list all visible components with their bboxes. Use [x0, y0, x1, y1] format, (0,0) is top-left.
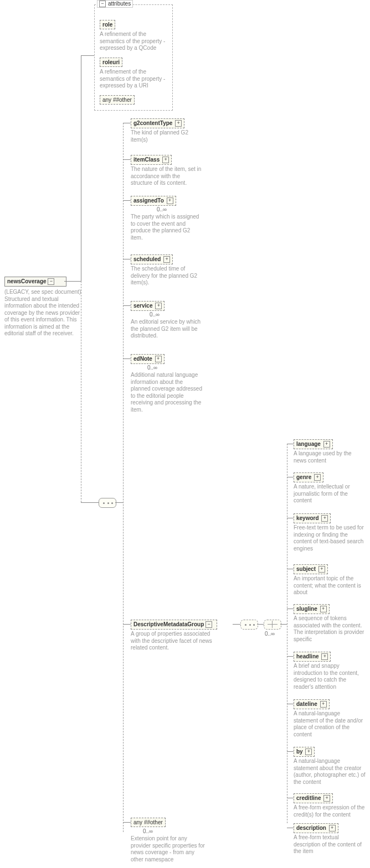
- label: description: [296, 825, 326, 831]
- plus-icon[interactable]: +: [320, 606, 327, 612]
- node-language: language +: [294, 439, 333, 449]
- desc: Additional natural language information …: [131, 372, 203, 413]
- occurs: 0..∞: [143, 828, 153, 834]
- connector: [123, 358, 131, 359]
- occurs: 0..∞: [157, 206, 167, 212]
- connector: [280, 624, 287, 625]
- plus-icon[interactable]: +: [321, 515, 328, 522]
- plus-icon[interactable]: +: [163, 256, 170, 263]
- node-subject: subject +: [294, 564, 328, 574]
- attr-role-label: role: [102, 22, 112, 28]
- connector: [287, 751, 294, 752]
- label: g2contentType: [133, 120, 172, 126]
- node-itemclass: itemClass +: [131, 155, 172, 165]
- desc: A natural-language statement of the date…: [294, 710, 366, 738]
- label: assignedTo: [133, 197, 164, 204]
- attr-role: role: [100, 20, 115, 29]
- node-creditline: creditline +: [294, 793, 333, 803]
- connector: [257, 624, 264, 625]
- minus-icon[interactable]: −: [205, 621, 212, 628]
- plus-icon[interactable]: +: [167, 197, 173, 204]
- desc: A free-form expression of the credit(s) …: [294, 804, 366, 818]
- label: dateline: [296, 701, 317, 707]
- sequence-icon: [99, 498, 116, 508]
- minus-icon[interactable]: −: [48, 278, 54, 285]
- connector: [123, 159, 131, 160]
- label: genre: [296, 474, 311, 480]
- desc: A group of properties associated with th…: [131, 631, 217, 652]
- node-slugline: slugline +: [294, 604, 330, 614]
- plus-icon[interactable]: +: [321, 653, 328, 660]
- desc: The nature of the item, set in accordanc…: [131, 166, 203, 187]
- desc: The party which is assigned to cover the…: [131, 214, 203, 241]
- connector: [81, 55, 81, 281]
- plus-icon[interactable]: +: [314, 474, 321, 481]
- connector: [287, 444, 288, 823]
- node-dmg: DescriptiveMetadataGroup −: [131, 620, 217, 630]
- connector: [81, 55, 94, 56]
- node-assignedto: assignedTo +: [131, 196, 176, 206]
- label: slugline: [296, 606, 317, 612]
- root-label: newsCoverage: [7, 278, 47, 284]
- label: headline: [296, 653, 319, 659]
- label: keyword: [296, 515, 319, 521]
- node-description: description +: [294, 823, 338, 833]
- desc: The scheduled time of delivery for the p…: [131, 266, 203, 287]
- plus-icon[interactable]: +: [323, 441, 330, 448]
- plus-icon[interactable]: +: [323, 795, 330, 802]
- occurs: 0..∞: [150, 311, 160, 318]
- connector: [287, 569, 294, 569]
- label: creditline: [296, 795, 321, 801]
- connector: [123, 123, 131, 123]
- root-desc: (LEGACY, see spec document) Structured a…: [4, 289, 85, 337]
- attr-roleuri-desc: A refinement of the semantics of the pro…: [100, 69, 166, 90]
- plus-icon[interactable]: +: [155, 303, 162, 309]
- plus-icon[interactable]: +: [320, 701, 327, 708]
- connector: [287, 656, 294, 657]
- label: subject: [296, 566, 316, 572]
- root-newscoverage: newsCoverage −: [4, 277, 66, 287]
- connector: [287, 444, 294, 444]
- desc: A free-form textual description of the c…: [294, 834, 366, 855]
- label: language: [296, 441, 321, 447]
- label: DescriptiveMetadataGroup: [133, 621, 204, 627]
- connector: [287, 477, 294, 477]
- connector: [287, 518, 294, 518]
- node-scheduled: scheduled +: [131, 254, 173, 264]
- desc: A nature, intellectual or journalistic f…: [294, 484, 366, 505]
- plus-icon[interactable]: +: [318, 566, 325, 573]
- node-keyword: keyword +: [294, 513, 331, 523]
- collapse-icon[interactable]: −: [99, 1, 106, 7]
- label: service: [133, 303, 152, 309]
- desc: A natural-language statement about the c…: [294, 758, 366, 786]
- connector: [123, 822, 131, 823]
- node-service: service +: [131, 301, 165, 311]
- desc: An important topic of the content; what …: [294, 575, 366, 596]
- plus-icon[interactable]: +: [329, 825, 336, 831]
- connector: [123, 624, 131, 625]
- node-genre: genre +: [294, 472, 323, 482]
- connector: [123, 305, 131, 306]
- plus-icon[interactable]: +: [305, 749, 312, 755]
- plus-icon[interactable]: +: [175, 120, 182, 127]
- plus-icon[interactable]: +: [162, 157, 169, 163]
- attr-any: any ##other: [100, 95, 135, 105]
- occurs: 0..∞: [147, 365, 157, 371]
- plus-icon[interactable]: +: [155, 356, 162, 362]
- desc: Free-text term to be used for indexing o…: [294, 524, 366, 552]
- attr-roleuri-label: roleuri: [102, 59, 120, 65]
- connector: [287, 704, 294, 704]
- connector: [123, 259, 131, 259]
- connector: [81, 502, 99, 503]
- desc: A sequence of tokens associated with the…: [294, 615, 366, 643]
- connector: [81, 281, 82, 502]
- connector: [123, 200, 131, 201]
- label: by: [296, 749, 303, 755]
- node-dateline: dateline +: [294, 699, 330, 709]
- occurs: 0..∞: [265, 631, 275, 637]
- connector: [64, 281, 81, 282]
- desc: A language used by the news content: [294, 450, 366, 464]
- attr-roleuri: roleuri: [100, 58, 122, 67]
- node-g2contenttype: g2contentType +: [131, 118, 184, 128]
- label: scheduled: [133, 256, 161, 262]
